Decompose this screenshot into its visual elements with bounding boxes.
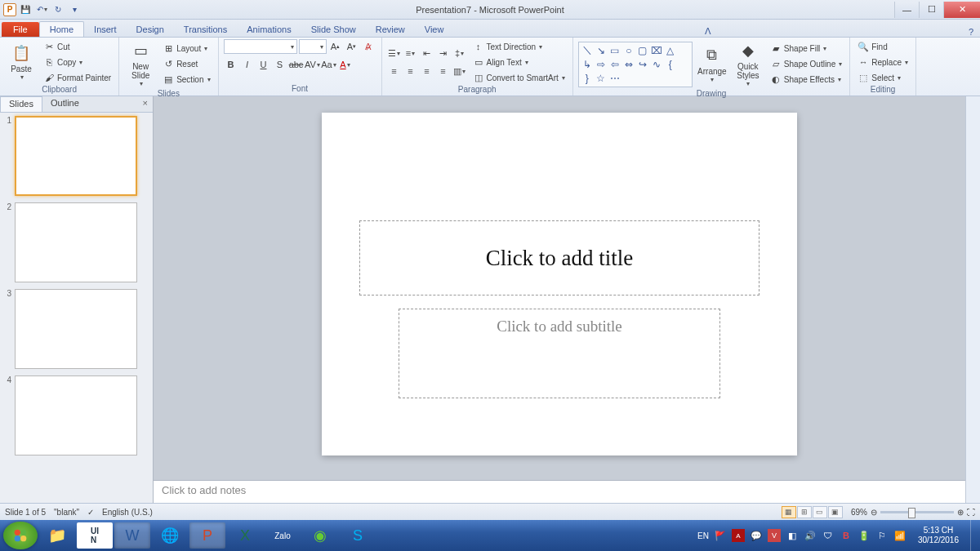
smartart-button[interactable]: ◫Convert to SmartArt▾ — [470, 70, 568, 85]
undo-icon[interactable]: ↶▾ — [34, 2, 49, 17]
tray-flag-icon[interactable]: 🚩 — [714, 529, 727, 542]
save-icon[interactable]: 💾 — [18, 2, 33, 17]
slide[interactable]: Click to add title Click to add subtitle — [322, 113, 797, 455]
sidetab-slides[interactable]: Slides — [0, 96, 42, 112]
font-name-combo[interactable]: ▾ — [224, 39, 297, 54]
tray-app-icon[interactable]: ◧ — [786, 529, 799, 542]
find-button[interactable]: 🔍Find — [855, 39, 911, 54]
ribbon-minimize-icon[interactable]: ᐱ — [698, 26, 718, 37]
zoom-out-button[interactable]: ⊖ — [871, 508, 877, 517]
tab-animations[interactable]: Animations — [237, 22, 301, 37]
tab-slideshow[interactable]: Slide Show — [301, 22, 366, 37]
grow-font-button[interactable]: A▴ — [328, 39, 343, 54]
powerpoint-icon[interactable]: P — [189, 522, 225, 549]
shape-effects-button[interactable]: ◐Shape Effects▾ — [768, 73, 844, 87]
tray-battery-icon[interactable]: 🔋 — [858, 529, 871, 542]
reset-button[interactable]: ↺Reset — [160, 57, 212, 72]
bullets-button[interactable]: ☰▾ — [387, 46, 402, 60]
unikey-icon[interactable]: UIN — [77, 522, 113, 549]
format-painter-button[interactable]: 🖌Format Painter — [41, 70, 114, 85]
shape-brace2-icon[interactable]: } — [581, 72, 594, 85]
minimize-button[interactable]: — — [894, 2, 919, 18]
shadow-button[interactable]: S — [273, 57, 287, 72]
reading-view-button[interactable]: ▭ — [813, 506, 827, 518]
shape-line-icon[interactable]: ＼ — [581, 44, 594, 57]
thumbnail-3[interactable]: 3 — [2, 289, 151, 369]
font-size-combo[interactable]: ▾ — [299, 39, 327, 54]
increase-indent-button[interactable]: ⇥ — [436, 46, 451, 60]
excel-icon[interactable]: X — [227, 522, 263, 549]
justify-button[interactable]: ≡ — [436, 64, 451, 78]
tray-chat-icon[interactable]: 💬 — [750, 529, 763, 542]
copy-button[interactable]: ⎘Copy▾ — [41, 55, 114, 69]
shape-curve-icon[interactable]: ∿ — [650, 58, 663, 71]
tab-insert[interactable]: Insert — [84, 22, 127, 37]
thumbnail-1[interactable]: 1 — [2, 116, 151, 196]
columns-button[interactable]: ▥▾ — [452, 64, 467, 78]
shape-curved-icon[interactable]: ↪ — [636, 58, 649, 71]
italic-button[interactable]: I — [240, 57, 255, 72]
arrange-button[interactable]: ⧉ Arrange ▾ — [696, 44, 728, 85]
replace-button[interactable]: ↔Replace▾ — [855, 55, 911, 69]
decrease-indent-button[interactable]: ⇤ — [420, 46, 434, 60]
redo-icon[interactable]: ↻ — [51, 2, 65, 17]
sorter-view-button[interactable]: ⊞ — [797, 506, 812, 518]
new-slide-button[interactable]: ▭ New Slide ▾ — [124, 39, 157, 89]
slideshow-view-button[interactable]: ▣ — [828, 506, 843, 518]
coccoc-icon[interactable]: ◉ — [302, 522, 338, 549]
font-color-button[interactable]: A▾ — [338, 57, 353, 72]
language-indicator[interactable]: English (U.S.) — [102, 508, 153, 517]
tab-view[interactable]: View — [415, 22, 454, 37]
shrink-font-button[interactable]: A▾ — [345, 39, 359, 54]
cut-button[interactable]: ✂Cut — [41, 39, 114, 54]
shape-rect-icon[interactable]: ▭ — [608, 44, 621, 57]
tab-home[interactable]: Home — [39, 21, 84, 37]
vertical-scrollbar[interactable] — [965, 96, 980, 503]
tab-transitions[interactable]: Transitions — [174, 22, 237, 37]
section-button[interactable]: ▤Section▾ — [160, 73, 212, 87]
word-icon[interactable]: W — [114, 522, 150, 549]
notes-pane[interactable]: Click to add notes — [154, 480, 965, 503]
change-case-button[interactable]: Aa▾ — [322, 57, 336, 72]
chrome-icon[interactable]: 🌐 — [152, 522, 188, 549]
zoom-in-button[interactable]: ⊕ — [957, 508, 964, 517]
zalo-icon[interactable]: Zalo — [265, 522, 301, 549]
close-button[interactable]: ✕ — [943, 2, 980, 18]
start-button[interactable] — [3, 522, 38, 549]
fit-button[interactable]: ⛶ — [967, 508, 975, 517]
shape-arrow2-icon[interactable]: ⇨ — [595, 58, 608, 71]
shape-star-icon[interactable]: ☆ — [595, 72, 608, 85]
strike-button[interactable]: abc — [289, 57, 304, 72]
tray-shield-icon[interactable]: 🛡 — [822, 529, 835, 542]
paste-button[interactable]: 📋 Paste ▾ — [5, 42, 38, 82]
char-spacing-button[interactable]: AV▾ — [305, 57, 320, 72]
explorer-icon[interactable]: 📁 — [39, 522, 75, 549]
normal-view-button[interactable]: ▦ — [782, 506, 796, 518]
shape-triangle-icon[interactable]: △ — [664, 44, 677, 57]
clear-format-button[interactable]: A̷ — [361, 39, 376, 54]
bold-button[interactable]: B — [224, 57, 238, 72]
line-spacing-button[interactable]: ‡▾ — [452, 46, 467, 60]
shape-rounded-icon[interactable]: ▢ — [636, 44, 649, 57]
tray-clock[interactable]: 5:13 CH 30/12/2016 — [911, 526, 965, 545]
tab-review[interactable]: Review — [366, 22, 415, 37]
thumbnail-2[interactable]: 2 — [2, 202, 151, 282]
layout-button[interactable]: ⊞Layout▾ — [160, 42, 212, 56]
shape-fill-button[interactable]: ▰Shape Fill▾ — [768, 42, 844, 56]
shape-outline-button[interactable]: ▱Shape Outline▾ — [768, 57, 844, 72]
tray-action-icon[interactable]: ⚐ — [875, 529, 889, 542]
tray-volume-icon[interactable]: 🔊 — [804, 529, 817, 542]
spellcheck-icon[interactable]: ✓ — [87, 508, 94, 517]
shapes-gallery[interactable]: ＼ ↘ ▭ ○ ▢ ⌧ △ ↳ ⇨ ⇦ ⇔ ↪ ∿ { } ☆ ⋯ — [578, 42, 693, 87]
zoom-slider[interactable] — [880, 511, 954, 513]
shape-arrow3-icon[interactable]: ⇦ — [608, 58, 621, 71]
thumbnail-4[interactable]: 4 — [2, 375, 151, 455]
show-desktop-button[interactable] — [970, 520, 977, 551]
tray-b-icon[interactable]: B — [840, 529, 853, 542]
quick-styles-button[interactable]: ◆ Quick Styles ▾ — [732, 39, 764, 89]
shape-double-icon[interactable]: ⇔ — [622, 58, 635, 71]
align-left-button[interactable]: ≡ — [387, 64, 402, 78]
subtitle-placeholder[interactable]: Click to add subtitle — [399, 309, 720, 398]
numbering-button[interactable]: ≡▾ — [403, 46, 418, 60]
align-right-button[interactable]: ≡ — [420, 64, 434, 78]
